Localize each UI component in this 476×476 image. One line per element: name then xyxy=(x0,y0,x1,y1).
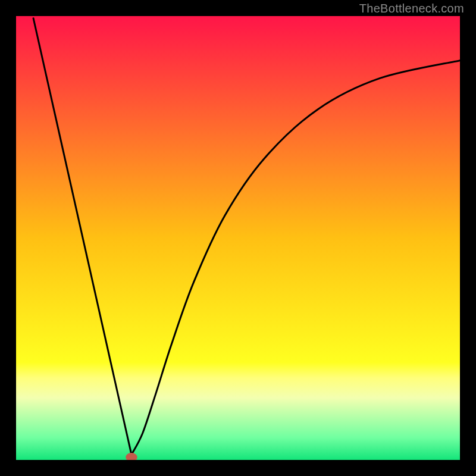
source-attribution: TheBottleneck.com xyxy=(359,2,464,15)
bottleneck-chart xyxy=(16,16,460,460)
chart-container: TheBottleneck.com xyxy=(0,0,476,476)
